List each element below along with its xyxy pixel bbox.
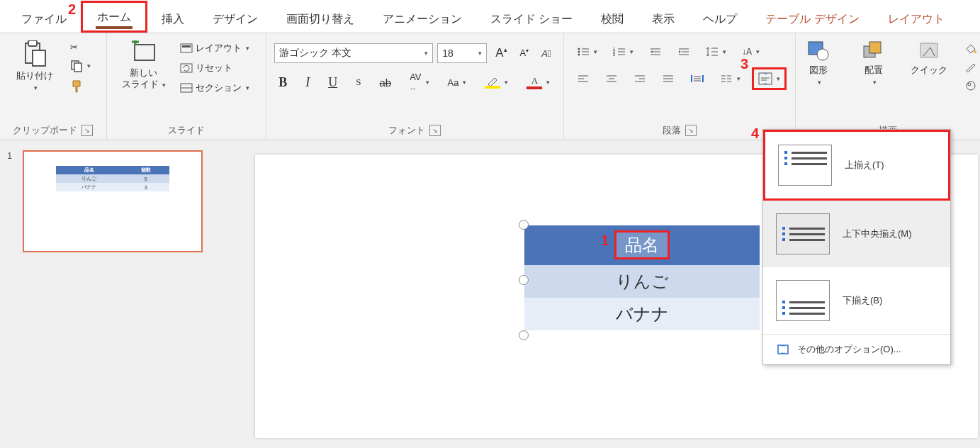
shape-effects-button[interactable] <box>960 79 980 93</box>
align-right-button[interactable] <box>629 72 650 85</box>
tab-transitions[interactable]: 画面切り替え <box>272 5 368 33</box>
shrink-font-icon: A▾ <box>520 47 529 58</box>
font-color-button[interactable]: A ▾ <box>522 74 554 91</box>
group-font: 游ゴシック 本文▾ 18▾ A▴ A▾ A⃠ B I U S ab AV↔▾ A… <box>266 33 564 140</box>
highlight-button[interactable]: ▾ <box>480 74 512 90</box>
vertical-align-icon <box>758 72 772 85</box>
align-bottom-item[interactable]: 下揃え(B) <box>763 267 950 334</box>
indent-decrease-button[interactable] <box>645 45 666 58</box>
tab-insert[interactable]: 挿入 <box>147 5 198 33</box>
font-name-combo[interactable]: 游ゴシック 本文▾ <box>274 43 433 63</box>
format-painter-button[interactable] <box>66 78 95 95</box>
new-slide-label: 新しい スライド ▾ <box>122 67 167 89</box>
group-paragraph: ▾ 123▾ ▾ ↓A▾ ▾ 3 ▾ <box>564 33 796 140</box>
table-row[interactable]: バナナ <box>524 298 760 330</box>
tab-design[interactable]: デザイン <box>198 5 272 33</box>
svg-point-67 <box>968 83 971 86</box>
tab-view[interactable]: 表示 <box>638 5 689 33</box>
shapes-button[interactable]: 図形▾ <box>794 38 843 89</box>
align-bottom-icon <box>776 280 830 321</box>
char-spacing-icon: AV↔ <box>410 72 421 93</box>
align-center-button[interactable] <box>601 72 622 85</box>
thumbnail-index: 1 <box>7 150 20 161</box>
tab-slideshow[interactable]: スライド ショー <box>476 5 587 33</box>
numbering-button[interactable]: 123▾ <box>609 45 638 58</box>
align-middle-item[interactable]: 上下中央揃え(M) <box>763 201 950 267</box>
highlight-icon <box>485 76 500 89</box>
shadow-button[interactable]: S <box>351 75 365 89</box>
tab-table-design[interactable]: テーブル デザイン <box>751 5 873 33</box>
italic-button[interactable]: I <box>301 74 314 91</box>
justify-button[interactable] <box>658 72 679 85</box>
numbering-icon: 123 <box>613 47 626 57</box>
underline-button[interactable]: U <box>324 74 342 91</box>
clipboard-dialog-launcher[interactable]: ↘ <box>81 125 93 136</box>
group-paragraph-label: 段落 <box>663 124 681 137</box>
table-object[interactable]: 1 品名 りんご バナナ <box>524 225 760 330</box>
reset-button[interactable]: リセット <box>176 60 254 76</box>
table-row[interactable]: りんご <box>524 265 760 298</box>
svg-text:3: 3 <box>613 52 615 57</box>
line-spacing-button[interactable]: ▾ <box>702 45 731 59</box>
tab-help[interactable]: ヘルプ <box>689 5 751 33</box>
align-middle-label: 上下中央揃え(M) <box>843 228 912 240</box>
thumbnail-pane: 1 品名個数 りんご5 バナナ3 <box>0 140 241 448</box>
cut-button[interactable]: ✂ <box>66 40 95 54</box>
bullets-button[interactable]: ▾ <box>573 45 602 58</box>
svg-point-15 <box>578 51 580 53</box>
font-dialog-launcher[interactable]: ↘ <box>429 125 441 136</box>
svg-rect-68 <box>778 345 788 354</box>
copy-icon <box>70 60 83 72</box>
align-middle-icon <box>776 213 830 254</box>
strike-button[interactable]: ab <box>375 75 395 90</box>
slide-thumbnail-1[interactable]: 品名個数 りんご5 バナナ3 <box>23 150 203 252</box>
svg-point-65 <box>974 50 976 53</box>
slide-layout-button[interactable]: レイアウト▾ <box>176 40 254 56</box>
scissors-icon: ✂ <box>70 42 78 52</box>
paste-button[interactable]: 貼り付け▾ <box>11 38 59 95</box>
align-top-icon <box>778 145 832 186</box>
distribute-button[interactable] <box>686 72 709 85</box>
svg-rect-4 <box>74 63 81 72</box>
align-bottom-label: 下揃え(B) <box>843 294 882 307</box>
new-slide-button[interactable]: 新しい スライド ▾ <box>119 38 169 92</box>
svg-point-61 <box>817 49 828 60</box>
svg-rect-57 <box>759 73 772 84</box>
paste-label: 貼り付け▾ <box>16 70 53 92</box>
arrange-button[interactable]: 配置▾ <box>850 38 898 89</box>
font-size-combo[interactable]: 18▾ <box>437 43 487 63</box>
shape-outline-button[interactable] <box>960 60 980 74</box>
section-icon <box>180 83 193 93</box>
font-color-icon: A <box>526 75 542 89</box>
slide-table[interactable]: 品名 りんご バナナ <box>524 225 760 330</box>
tab-layout[interactable]: レイアウト <box>874 5 959 33</box>
char-spacing-button[interactable]: AV↔▾ <box>405 70 433 94</box>
bucket-icon <box>964 43 977 55</box>
grow-font-button[interactable]: A▴ <box>491 45 511 62</box>
copy-button[interactable]: ▾ <box>66 58 95 74</box>
section-button[interactable]: セクション▾ <box>176 80 254 96</box>
table-header-cell[interactable]: 品名 <box>524 225 760 265</box>
svg-point-66 <box>967 82 975 90</box>
shape-fill-button[interactable] <box>960 42 980 56</box>
paragraph-dialog-launcher[interactable]: ↘ <box>685 125 697 136</box>
clear-formatting-button[interactable]: A⃠ <box>537 47 555 60</box>
more-options-icon <box>776 343 790 356</box>
tab-animations[interactable]: アニメーション <box>368 5 476 33</box>
columns-button[interactable]: ▾ <box>716 72 745 85</box>
align-top-item[interactable]: 上揃え(T) <box>763 130 950 201</box>
align-left-icon <box>577 74 590 84</box>
tab-review[interactable]: 校閲 <box>587 5 638 33</box>
shrink-font-button[interactable]: A▾ <box>516 46 534 60</box>
vertical-align-button[interactable]: ▾ <box>752 67 787 90</box>
bold-button[interactable]: B <box>274 74 291 91</box>
svg-rect-5 <box>135 45 154 60</box>
bullets-icon <box>577 47 590 57</box>
indent-increase-button[interactable] <box>673 45 694 58</box>
quick-styles-button[interactable]: クイック <box>905 38 953 79</box>
align-left-button[interactable] <box>573 72 594 85</box>
change-case-button[interactable]: Aa▾ <box>444 76 471 89</box>
align-more-options[interactable]: その他のオプション(O)... <box>763 335 950 364</box>
svg-rect-63 <box>869 42 881 53</box>
tab-home[interactable]: ホーム <box>81 1 147 33</box>
